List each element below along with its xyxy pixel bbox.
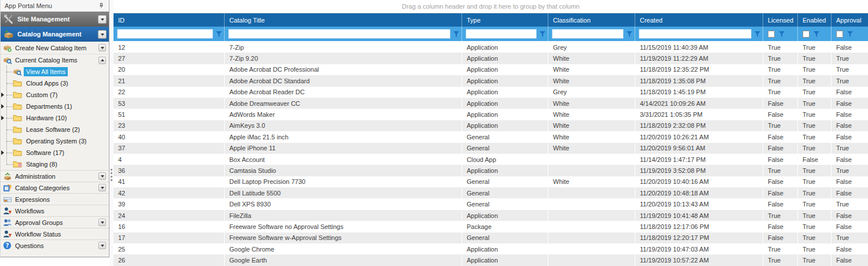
expand-arrow-icon[interactable] — [1, 104, 4, 109]
table-row[interactable]: 127-ZipApplicationGrey11/15/2019 11:40:3… — [113, 42, 868, 53]
sidebar-item-workflow-status[interactable]: Workflow Status — [1, 228, 109, 239]
filter-funnel-icon[interactable] — [214, 31, 223, 37]
table-row[interactable]: 20Adobe Acrobat DC ProfessionalApplicati… — [113, 64, 868, 75]
column-header-licensed[interactable]: Licensed — [763, 13, 798, 27]
table-row[interactable]: 42Dell Latitude 5500General11/20/2019 10… — [113, 187, 868, 198]
filter-funnel-icon[interactable] — [845, 31, 854, 37]
sidebar-item-administration[interactable]: Administration — [1, 170, 109, 182]
tree-item-lease-software[interactable]: Lease Software (2) — [1, 124, 109, 135]
table-row[interactable]: 41Dell Laptop Precision 7730GeneralWhite… — [113, 176, 868, 187]
panel-splitter[interactable] — [109, 0, 113, 266]
filter-funnel-icon[interactable] — [625, 31, 633, 37]
table-row[interactable]: 40Apple iMac 21.5 inchGeneralWhite11/20/… — [113, 131, 868, 142]
sidebar-item-catalog-categories[interactable]: Catalog Categories — [1, 182, 109, 193]
table-row[interactable]: 36Camtasia StudioApplication11/19/2019 3… — [113, 165, 868, 176]
item-dropdown-button[interactable] — [98, 184, 106, 191]
sidebar-item-workflows[interactable]: Workflows — [1, 205, 109, 216]
table-row[interactable]: 21Adobe Acrobat DC StandardApplicationWh… — [113, 75, 868, 86]
tree-item-hardware[interactable]: Hardware (10) — [1, 112, 109, 124]
sidebar-item-approval-groups[interactable]: Approval Groups — [1, 216, 109, 228]
cell-value: 11/19/2019 10:57:22 AM — [640, 257, 709, 264]
filter-funnel-icon[interactable] — [777, 31, 786, 37]
table-row[interactable]: 53Adobe Dreamweaver CCApplicationWhite4/… — [113, 98, 868, 109]
table-row[interactable]: 277-Zip 9.20ApplicationWhite11/19/2019 1… — [113, 53, 868, 64]
expand-arrow-icon[interactable] — [1, 150, 4, 155]
filter-funnel-icon[interactable] — [538, 31, 547, 37]
cell-value: 17 — [118, 234, 125, 241]
catalog-title-filter-input[interactable] — [228, 29, 451, 39]
cell-catalog-title: Apple iMac 21.5 inch — [225, 131, 462, 142]
cell-value: 53 — [118, 100, 125, 107]
section-dropdown-button[interactable] — [98, 15, 107, 24]
tree-item-view-all-items[interactable]: View All Items — [1, 66, 109, 77]
column-header-label: Enabled — [803, 17, 826, 24]
filter-funnel-icon[interactable] — [753, 31, 761, 37]
sidebar-item-questions[interactable]: ?Questions — [1, 239, 109, 251]
table-row[interactable]: 25Google ChromeApplication11/19/2019 10:… — [113, 243, 868, 254]
expand-arrow-icon[interactable] — [1, 93, 4, 97]
column-header-classification[interactable]: Classification — [548, 13, 635, 27]
cell-type: Application — [462, 64, 548, 75]
cell-value: White — [553, 100, 569, 107]
table-row[interactable]: 37Apple iPhone 11GeneralWhite11/20/2019 … — [113, 143, 868, 154]
cell-value: Application — [467, 66, 498, 73]
table-row[interactable]: 23AimKeys 3.0ApplicationWhite11/18/2019 … — [113, 120, 868, 131]
filter-funnel-icon[interactable] — [812, 31, 821, 37]
table-row[interactable]: 17Freeware Software w-Approval SettingsG… — [113, 232, 868, 243]
expand-arrow-icon[interactable] — [1, 116, 4, 120]
column-header-id[interactable]: ID — [113, 13, 225, 27]
tree-item-staging[interactable]: Staging (8) — [1, 158, 109, 170]
item-dropdown-button[interactable] — [98, 44, 106, 51]
filter-funnel-icon[interactable] — [452, 31, 460, 37]
splitter-grip-icon — [111, 169, 112, 181]
item-dropdown-button[interactable] — [98, 242, 106, 249]
column-header-catalog-title[interactable]: Catalog Title — [225, 13, 462, 27]
cell-value: 11/14/2019 1:47:17 PM — [640, 156, 706, 163]
pin-icon[interactable] — [97, 2, 105, 10]
cell-enabled: True — [798, 210, 832, 221]
created-filter-input[interactable] — [639, 29, 752, 39]
licensed-filter-checkbox[interactable] — [768, 31, 775, 38]
cell-value: True — [803, 234, 815, 241]
column-header-type[interactable]: Type — [462, 13, 548, 27]
table-row[interactable]: 24FileZillaApplication11/19/2019 10:41:4… — [113, 210, 868, 221]
cell-value: 21 — [118, 77, 125, 84]
item-dropdown-button[interactable] — [98, 219, 106, 226]
sidebar-section-site-management[interactable]: Site Management — [1, 12, 109, 27]
table-row[interactable]: 51AdWords MakerApplicationWhite3/31/2021… — [113, 109, 868, 120]
tree-item-software[interactable]: Software (17) — [1, 147, 109, 158]
table-row[interactable]: 16Freeware Software no Approval Settings… — [113, 221, 868, 232]
item-dropdown-button[interactable] — [98, 57, 106, 64]
table-row[interactable]: 4Box AccountCloud App11/14/2019 1:47:17 … — [113, 154, 868, 165]
sidebar-item-expressions[interactable]: Expressions — [1, 193, 109, 205]
tree-item-departments[interactable]: Departments (1) — [1, 101, 109, 112]
cell-value: Google Chrome — [229, 246, 274, 253]
sidebar-item-create-new-catalog-item[interactable]: Create New Catalog Item — [1, 42, 109, 54]
tree-item-cloud-apps[interactable]: Cloud Apps (3) — [1, 77, 109, 89]
table-row[interactable]: 39Dell XPS 8930General11/20/2019 10:13:4… — [113, 198, 868, 209]
table-row[interactable]: 22Adobe Acrobat Reader DCApplicationGrey… — [113, 87, 868, 98]
column-header-created[interactable]: Created — [635, 13, 763, 27]
group-by-bar[interactable]: Drag a column header and drop it here to… — [113, 0, 868, 13]
table-row[interactable]: 26Google EarthApplication11/19/2019 10:5… — [113, 254, 868, 265]
section-dropdown-button[interactable] — [98, 30, 107, 39]
column-header-approval[interactable]: Approval — [832, 13, 868, 27]
enabled-filter-checkbox[interactable] — [803, 31, 810, 38]
column-header-enabled[interactable]: Enabled — [798, 13, 832, 27]
cell-type: Application — [462, 109, 548, 120]
tree-item-custom[interactable]: Custom (7) — [1, 89, 109, 101]
cell-value: 7-Zip 9.20 — [229, 55, 258, 62]
sidebar-section-catalog-management[interactable]: Catalog Management — [1, 27, 109, 42]
cell-created: 11/15/2019 11:40:39 AM — [635, 42, 763, 53]
item-dropdown-button[interactable] — [98, 172, 106, 180]
type-filter-input[interactable] — [466, 29, 537, 39]
cell-catalog-title: Dell Latitude 5500 — [225, 187, 462, 198]
cell-approval: False — [832, 42, 868, 53]
tree-item-operating-system[interactable]: Operating System (3) — [1, 135, 109, 147]
approval-filter-checkbox[interactable] — [836, 31, 843, 38]
cell-value: True — [803, 66, 815, 73]
cell-value: FileZilla — [229, 212, 251, 219]
id-filter-input[interactable] — [117, 29, 213, 39]
sidebar-item-current-catalog-items[interactable]: Current Catalog Items — [1, 54, 109, 66]
classification-filter-input[interactable] — [552, 29, 624, 39]
